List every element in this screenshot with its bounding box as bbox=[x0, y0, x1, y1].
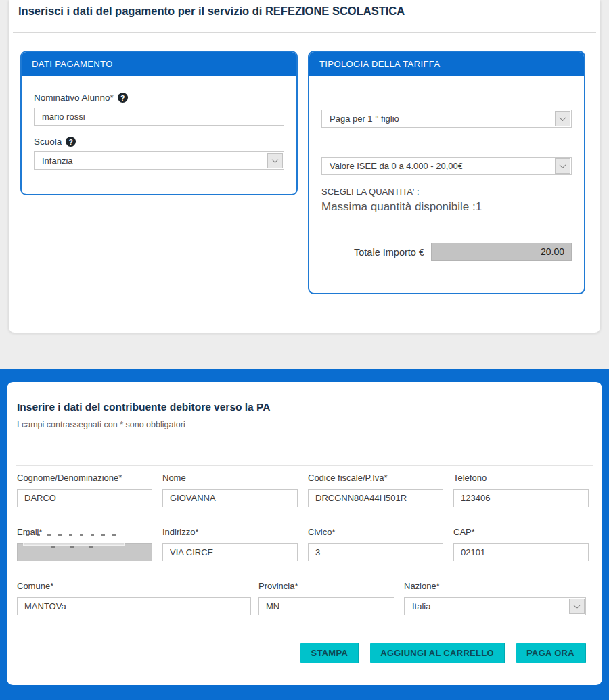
indirizzo-input[interactable] bbox=[162, 543, 298, 561]
nazione-label: Nazione* bbox=[404, 581, 586, 591]
scuola-select[interactable]: Infanzia bbox=[34, 151, 284, 170]
field-telefono: Telefono bbox=[453, 473, 589, 507]
field-nazione: Nazione* Italia bbox=[404, 581, 586, 615]
max-quantity-text: Massima quantità disponibile :1 bbox=[321, 200, 572, 214]
field-cap: CAP* bbox=[453, 527, 589, 561]
question-circle-icon[interactable]: ? bbox=[66, 137, 76, 147]
codice-fiscale-label: Codice fiscale/P.Iva* bbox=[308, 473, 443, 483]
scuola-label-row: Scuola ? bbox=[34, 137, 284, 147]
indirizzo-label: Indirizzo* bbox=[162, 527, 298, 537]
nominativo-input[interactable] bbox=[34, 108, 284, 126]
divider bbox=[13, 32, 596, 33]
required-fields-note: I campi contrassegnati con * sono obblig… bbox=[17, 420, 185, 429]
question-circle-icon[interactable]: ? bbox=[118, 93, 128, 103]
nome-input[interactable] bbox=[162, 489, 298, 507]
codice-fiscale-input[interactable] bbox=[308, 489, 443, 507]
chevron-down-icon bbox=[267, 153, 283, 168]
civico-input[interactable] bbox=[308, 543, 443, 561]
field-email: Email* bbox=[17, 527, 152, 561]
isee-selected-value: Valore ISEE da 0 a 4.000 - 20,00€ bbox=[330, 161, 463, 171]
figlio-select[interactable]: Paga per 1 ° figlio bbox=[321, 110, 572, 128]
nominativo-label-row: Nominativo Alunno* ? bbox=[34, 93, 284, 103]
page-title: Inserisci i dati del pagamento per il se… bbox=[18, 5, 405, 18]
quantity-label: SCEGLI LA QUANTITA' : bbox=[321, 187, 572, 197]
total-row: Totale Importo € 20.00 bbox=[321, 243, 572, 261]
chevron-down-icon bbox=[569, 599, 585, 614]
cap-label: CAP* bbox=[453, 527, 589, 537]
divider bbox=[16, 465, 593, 466]
contributor-section-band: Inserire i dati del contribuente debitor… bbox=[0, 369, 609, 700]
telefono-input[interactable] bbox=[453, 489, 589, 507]
field-codice-fiscale: Codice fiscale/P.Iva* bbox=[308, 473, 443, 507]
page: Inserisci i dati del pagamento per il se… bbox=[0, 0, 609, 700]
tipologia-tariffa-header: TIPOLOGIA DELLA TARIFFA bbox=[309, 52, 584, 76]
cognome-input[interactable] bbox=[17, 489, 152, 507]
cognome-label: Cognome/Denominazione* bbox=[17, 473, 152, 483]
provincia-label: Provincia* bbox=[258, 581, 394, 591]
total-amount-field: 20.00 bbox=[431, 243, 572, 261]
redacted-email-value bbox=[23, 537, 125, 546]
field-provincia: Provincia* bbox=[258, 581, 394, 615]
contributor-form-card: Inserire i dati del contribuente debitor… bbox=[7, 382, 602, 685]
tipologia-tariffa-panel: TIPOLOGIA DELLA TARIFFA Paga per 1 ° fig… bbox=[308, 51, 585, 294]
nazione-selected-value: Italia bbox=[412, 601, 430, 611]
chevron-down-icon bbox=[555, 111, 570, 126]
form-actions: STAMPA AGGIUNGI AL CARRELLO PAGA ORA bbox=[300, 643, 586, 663]
contributor-form-title: Inserire i dati del contribuente debitor… bbox=[17, 401, 270, 413]
dati-pagamento-panel: DATI PAGAMENTO Nominativo Alunno* ? Scuo… bbox=[20, 51, 298, 195]
nominativo-label: Nominativo Alunno* bbox=[34, 93, 114, 103]
scuola-selected-value: Infanzia bbox=[42, 156, 73, 166]
isee-select[interactable]: Valore ISEE da 0 a 4.000 - 20,00€ bbox=[321, 157, 572, 175]
chevron-down-icon bbox=[555, 158, 570, 174]
field-civico: Civico* bbox=[308, 527, 443, 561]
civico-label: Civico* bbox=[308, 527, 443, 537]
comune-label: Comune* bbox=[17, 581, 251, 591]
telefono-label: Telefono bbox=[453, 473, 589, 483]
field-comune: Comune* bbox=[17, 581, 251, 615]
aggiungi-al-carrello-button[interactable]: AGGIUNGI AL CARRELLO bbox=[370, 643, 505, 663]
dati-pagamento-header: DATI PAGAMENTO bbox=[22, 52, 296, 76]
field-nome: Nome bbox=[162, 473, 298, 507]
comune-input[interactable] bbox=[17, 597, 251, 615]
scuola-label: Scuola bbox=[34, 137, 62, 147]
field-cognome: Cognome/Denominazione* bbox=[17, 473, 152, 507]
paga-ora-button[interactable]: PAGA ORA bbox=[516, 643, 586, 663]
stampa-button[interactable]: STAMPA bbox=[300, 643, 359, 663]
nazione-select[interactable]: Italia bbox=[404, 597, 586, 615]
nome-label: Nome bbox=[162, 473, 298, 483]
field-indirizzo: Indirizzo* bbox=[162, 527, 298, 561]
total-label: Totale Importo € bbox=[321, 247, 431, 258]
payment-section-card: Inserisci i dati del pagamento per il se… bbox=[9, 0, 600, 333]
provincia-input[interactable] bbox=[258, 597, 394, 615]
figlio-selected-value: Paga per 1 ° figlio bbox=[330, 114, 399, 124]
cap-input[interactable] bbox=[453, 543, 589, 561]
